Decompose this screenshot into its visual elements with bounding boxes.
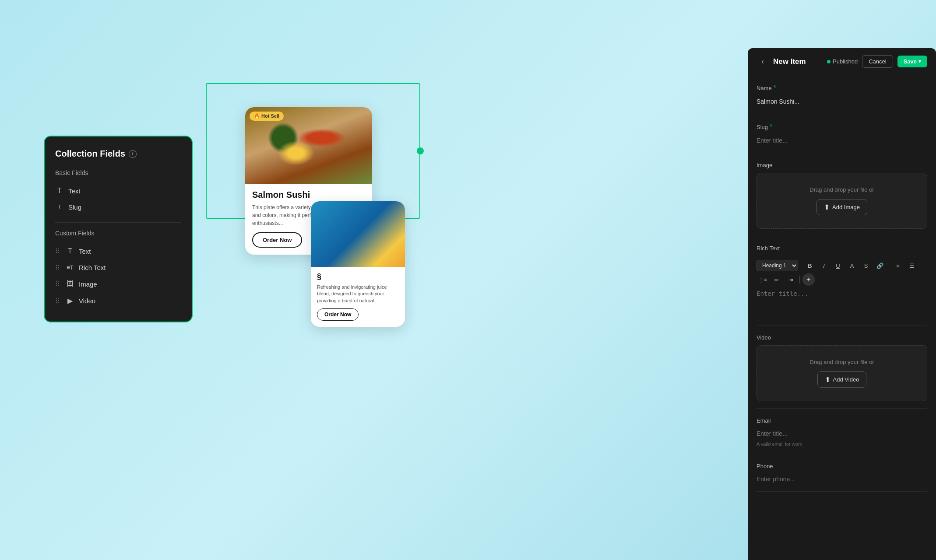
custom-video-label: Video (79, 297, 95, 304)
name-field-section: Name * (757, 75, 927, 114)
juice-card-image (311, 201, 405, 267)
published-label: Published (833, 58, 858, 65)
image-field-label: Image (757, 162, 927, 168)
heading-select[interactable]: Heading 1 Heading 2 Paragraph (757, 260, 798, 271)
right-panel-content: Name * Slug * Image Drag and drop your f… (748, 75, 936, 492)
juice-order-button[interactable]: Order Now (317, 308, 359, 321)
custom-richtext-icon: ≡T (66, 264, 74, 271)
italic-button[interactable]: I (818, 259, 830, 272)
email-field-section: Email A valid email for work (757, 409, 927, 454)
video-upload-text: Drag and drop your file or (809, 359, 874, 365)
video-field-section: Video Drag and drop your file or ⬆ Add V… (757, 326, 927, 409)
toolbar-divider-2 (889, 262, 889, 270)
custom-image-label: Image (79, 280, 97, 288)
sushi-card-title: Salmon Sushi (252, 190, 365, 200)
email-input[interactable] (757, 428, 927, 439)
divider (55, 222, 181, 223)
underline-button[interactable]: U (832, 259, 844, 272)
email-field-label: Email (757, 417, 927, 424)
published-badge: Published (827, 58, 858, 65)
drag-handle-richtext: ⠿ (55, 264, 60, 271)
custom-richtext-field[interactable]: ⠿ ≡T Rich Text (55, 259, 181, 276)
color-button[interactable]: A (846, 259, 858, 272)
slug-field-section: Slug * (757, 114, 927, 153)
juice-product-card: § Refreshing and invigorating juice blen… (311, 201, 405, 327)
save-button[interactable]: Save ▾ (897, 56, 927, 67)
juice-card-body: § Refreshing and invigorating juice blen… (311, 267, 405, 327)
custom-text-field[interactable]: ⠿ T Text (55, 243, 181, 259)
add-block-button[interactable]: + (802, 273, 815, 286)
ordered-list-button[interactable]: ⋮≡ (757, 273, 769, 286)
link-button[interactable]: 🔗 (874, 259, 886, 272)
basic-text-field: T Text (55, 182, 181, 199)
text-icon: T (55, 187, 64, 195)
custom-video-field[interactable]: ⠿ ▶ Video (55, 292, 181, 309)
custom-text-icon: T (66, 247, 74, 255)
richtext-input[interactable] (757, 290, 927, 316)
phone-field-label: Phone (757, 463, 927, 469)
indent-decrease-button[interactable]: ⇤ (771, 273, 783, 286)
save-label: Save (904, 58, 917, 65)
collection-panel-header: Collection Fields ℹ (55, 149, 181, 159)
image-upload-text: Drag and drop your file or (809, 186, 874, 193)
info-icon[interactable]: ℹ (129, 150, 137, 158)
right-panel-header: ‹ New Item Published Cancel Save ▾ (748, 48, 936, 75)
basic-fields-label: Basic Fields (55, 169, 181, 176)
add-video-label: Add Video (833, 376, 859, 383)
image-icon: 🖼 (66, 280, 74, 288)
video-upload-icon: ⬆ (825, 375, 830, 384)
juice-card-title: § (317, 272, 399, 281)
drag-handle-text: ⠿ (55, 248, 60, 255)
email-helper-text: A valid email for work (757, 441, 927, 447)
hot-badge: 🔥 Hot Sell (250, 112, 284, 121)
indent-increase-button[interactable]: ⇥ (785, 273, 797, 286)
name-required: * (774, 84, 776, 92)
phone-field-section: Phone (757, 454, 927, 492)
slug-icon: ⌇ (55, 204, 64, 210)
custom-text-label: Text (79, 248, 91, 255)
basic-slug-label: Slug (68, 203, 81, 211)
collection-fields-panel: Collection Fields ℹ Basic Fields T Text … (44, 136, 193, 322)
published-dot (827, 60, 830, 63)
align-left-button[interactable]: ≡ (892, 259, 904, 272)
name-field-label: Name * (757, 84, 927, 92)
juice-card-description: Refreshing and invigorating juice blend,… (317, 284, 399, 304)
back-button[interactable]: ‹ (757, 56, 769, 68)
video-field-label: Video (757, 334, 927, 341)
panel-title: New Item (773, 57, 823, 66)
toolbar-divider-3 (799, 276, 800, 284)
custom-image-field[interactable]: ⠿ 🖼 Image (55, 276, 181, 292)
connection-dot-right (417, 147, 424, 154)
custom-richtext-label: Rich Text (79, 264, 106, 271)
add-image-label: Add Image (832, 204, 860, 210)
name-input[interactable] (757, 96, 927, 107)
bold-button[interactable]: B (804, 259, 816, 272)
strikethrough-button[interactable]: S (860, 259, 872, 272)
phone-input[interactable] (757, 474, 927, 484)
custom-fields-label: Custom Fields (55, 230, 181, 237)
drag-handle-image: ⠿ (55, 280, 60, 287)
video-upload-area: Drag and drop your file or ⬆ Add Video (757, 345, 927, 401)
richtext-field-section: Rich Text Heading 1 Heading 2 Paragraph … (757, 236, 927, 326)
toolbar-divider-1 (801, 262, 801, 270)
video-icon: ▶ (66, 297, 74, 305)
upload-icon: ⬆ (824, 203, 830, 211)
slug-field-label: Slug * (757, 123, 927, 131)
cancel-button[interactable]: Cancel (862, 55, 893, 68)
slug-required: * (770, 123, 772, 131)
slug-input[interactable] (757, 135, 927, 146)
sushi-order-button[interactable]: Order Now (252, 232, 302, 248)
richtext-field-label: Rich Text (757, 245, 927, 252)
basic-slug-field: ⌇ Slug (55, 199, 181, 215)
save-dropdown-arrow: ▾ (918, 59, 921, 64)
collection-panel-title: Collection Fields (55, 149, 125, 159)
richtext-toolbar: Heading 1 Heading 2 Paragraph B I U A S … (757, 256, 927, 290)
image-upload-area: Drag and drop your file or ⬆ Add Image (757, 173, 927, 229)
sushi-card-image: 🔥 Hot Sell (245, 107, 372, 184)
basic-text-label: Text (68, 187, 81, 195)
unordered-list-button[interactable]: ☰ (906, 259, 918, 272)
add-video-button[interactable]: ⬆ Add Video (817, 371, 867, 388)
add-image-button[interactable]: ⬆ Add Image (816, 199, 867, 215)
drag-handle-video: ⠿ (55, 298, 60, 304)
right-panel: ‹ New Item Published Cancel Save ▾ Name … (748, 48, 936, 560)
